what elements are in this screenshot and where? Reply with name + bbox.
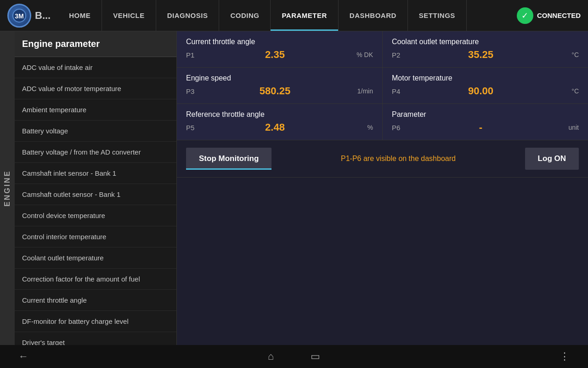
- param-unit-p5: %: [350, 124, 373, 131]
- bottom-nav-center: ⌂ ▭: [268, 351, 320, 362]
- sidebar-item-camshaft-inlet[interactable]: Camshaft inlet sensor - Bank 1: [15, 163, 176, 184]
- param-unit-p4: °C: [556, 87, 579, 95]
- sidebar-header: Engine parameter: [15, 31, 176, 57]
- param-pid-p1: P1: [186, 51, 200, 59]
- nav-item-settings[interactable]: SETTINGS: [408, 0, 467, 31]
- sidebar-item-control-interior-temp[interactable]: Control interior temperature: [15, 226, 176, 247]
- param-name-p4: Motor temperature: [392, 74, 579, 82]
- param-row-p2: P2 35.25 °C: [392, 49, 579, 61]
- param-value-p2: 35.25: [406, 49, 556, 61]
- sidebar-item-adc-intake-air[interactable]: ADC value of intake air: [15, 57, 176, 78]
- sidebar-item-correction-fuel[interactable]: Correction factor for the amount of fuel: [15, 269, 176, 290]
- connected-label: CONNECTED: [537, 12, 581, 19]
- param-row-p6: P6 - unit: [392, 121, 579, 133]
- sidebar-item-current-throttle[interactable]: Current throttle angle: [15, 290, 176, 311]
- dashboard-hint: P1-P6 are visible on the dashboard: [271, 155, 525, 163]
- home-button[interactable]: ⌂: [268, 351, 274, 362]
- sidebar-item-adc-motor-temp[interactable]: ADC value of motor temperature: [15, 78, 176, 99]
- logo-area: 3M B...: [0, 4, 58, 28]
- more-options-button[interactable]: ⋮: [560, 351, 570, 362]
- param-unit-p2: °C: [556, 51, 579, 58]
- param-name-p2: Coolant outlet temperature: [392, 38, 579, 46]
- app-name: B...: [35, 10, 51, 22]
- sidebar-item-battery-voltage[interactable]: Battery voltage: [15, 121, 176, 142]
- sidebar: ENGINE Engine parameter ADC value of int…: [0, 31, 177, 345]
- sidebar-section-label: ENGINE: [0, 31, 15, 345]
- param-value-p1: 2.35: [200, 49, 350, 61]
- sidebar-item-ambient-temp[interactable]: Ambient temperature: [15, 99, 176, 121]
- param-card-p1: Current throttle angle P1 2.35 % DK: [177, 31, 382, 67]
- param-card-p5: Reference throttle angle P5 2.48 %: [177, 104, 382, 140]
- param-card-p4: Motor temperature P4 90.00 °C: [383, 68, 588, 104]
- param-value-p3: 580.25: [200, 85, 350, 97]
- param-row-p5: P5 2.48 %: [186, 121, 373, 133]
- connected-icon: ✓: [517, 7, 533, 24]
- param-value-p6: -: [406, 121, 556, 133]
- app-logo: 3M: [7, 4, 31, 28]
- nav-item-dashboard[interactable]: DASHBOARD: [339, 0, 408, 31]
- sidebar-items-container: ADC value of intake airADC value of moto…: [15, 57, 176, 345]
- nav-item-vehicle[interactable]: VEHICLE: [102, 0, 156, 31]
- main-layout: ENGINE Engine parameter ADC value of int…: [0, 31, 588, 345]
- param-unit-p3: 1/min: [350, 87, 373, 95]
- bottom-navigation-bar: ← ⌂ ▭ ⋮: [0, 345, 588, 368]
- param-value-p4: 90.00: [406, 85, 556, 97]
- param-card-p6: Parameter P6 - unit: [383, 104, 588, 140]
- nav-item-home[interactable]: HOME: [58, 0, 102, 31]
- param-card-p3: Engine speed P3 580.25 1/min: [177, 68, 382, 104]
- content-area: Current throttle angle P1 2.35 % DK Cool…: [177, 31, 588, 345]
- param-pid-p4: P4: [392, 87, 406, 95]
- parameter-grid: Current throttle angle P1 2.35 % DK Cool…: [177, 31, 588, 140]
- log-on-button[interactable]: Log ON: [525, 148, 579, 170]
- sidebar-item-drivers-target[interactable]: Driver's target: [15, 332, 176, 345]
- stop-monitoring-button[interactable]: Stop Monitoring: [186, 148, 271, 170]
- param-pid-p3: P3: [186, 87, 200, 95]
- nav-item-parameter[interactable]: PARAMETER: [271, 0, 338, 31]
- connected-status-area: ✓ CONNECTED: [509, 7, 588, 24]
- sidebar-item-camshaft-outlet[interactable]: Camshaft outlet sensor - Bank 1: [15, 184, 176, 205]
- nav-items: HOMEVEHICLEDIAGNOSISCODINGPARAMETERDASHB…: [58, 0, 509, 31]
- sidebar-list: Engine parameter ADC value of intake air…: [15, 31, 176, 345]
- param-name-p6: Parameter: [392, 110, 579, 119]
- svg-text:3M: 3M: [15, 12, 23, 20]
- back-button[interactable]: ←: [18, 351, 28, 362]
- param-unit-p1: % DK: [350, 51, 373, 58]
- sidebar-item-control-device-temp[interactable]: Control device temperature: [15, 205, 176, 226]
- param-name-p1: Current throttle angle: [186, 38, 373, 46]
- param-unit-p6: unit: [556, 124, 579, 131]
- nav-item-diagnosis[interactable]: DIAGNOSIS: [156, 0, 220, 31]
- param-row-p1: P1 2.35 % DK: [186, 49, 373, 61]
- param-pid-p2: P2: [392, 51, 406, 59]
- nav-item-coding[interactable]: CODING: [219, 0, 271, 31]
- param-card-p2: Coolant outlet temperature P2 35.25 °C: [383, 31, 588, 67]
- param-value-p5: 2.48: [200, 121, 350, 133]
- param-row-p3: P3 580.25 1/min: [186, 85, 373, 97]
- sidebar-item-df-monitor[interactable]: DF-monitor for battery charge level: [15, 311, 176, 332]
- param-name-p3: Engine speed: [186, 74, 373, 82]
- param-name-p5: Reference throttle angle: [186, 110, 373, 119]
- param-pid-p5: P5: [186, 124, 200, 132]
- sidebar-item-battery-voltage-ad[interactable]: Battery voltage / from the AD converter: [15, 142, 176, 163]
- sidebar-item-coolant-outlet-temp[interactable]: Coolant outlet temperature: [15, 247, 176, 269]
- param-row-p4: P4 90.00 °C: [392, 85, 579, 97]
- controls-row: Stop Monitoring P1-P6 are visible on the…: [177, 140, 588, 178]
- recents-button[interactable]: ▭: [311, 351, 320, 362]
- top-navigation: 3M B... HOMEVEHICLEDIAGNOSISCODINGPARAME…: [0, 0, 588, 31]
- param-pid-p6: P6: [392, 124, 406, 132]
